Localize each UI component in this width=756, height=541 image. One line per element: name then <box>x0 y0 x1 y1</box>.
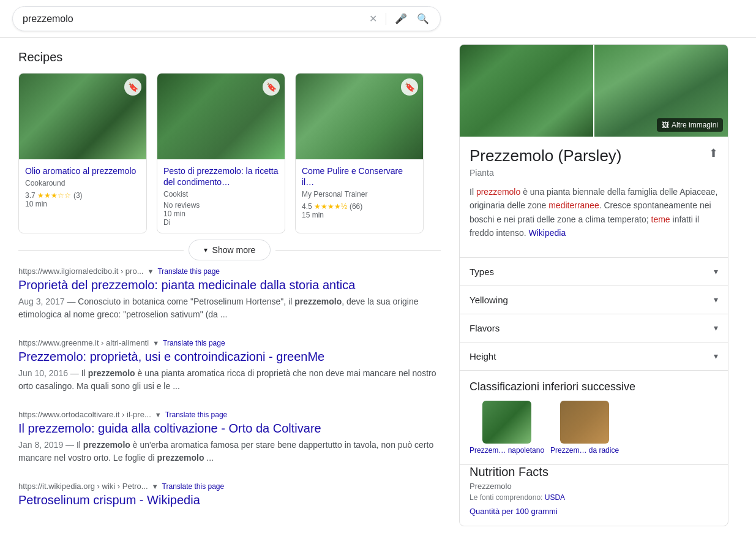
recipe-rating-3: 4.5 ★★★★½ (66) <box>302 201 417 211</box>
result-title-3[interactable]: Il prezzemolo: guida alla coltivazione -… <box>18 420 441 436</box>
bookmark-btn-2[interactable]: 🔖 <box>263 78 280 96</box>
recipe-rating-value-1: 3.7 <box>25 191 37 200</box>
recipes-section-title: Recipes <box>18 50 441 64</box>
classification-img-radice <box>560 401 609 444</box>
translate-link-3[interactable]: Translate this page <box>165 410 228 419</box>
result-snippet-2: Jun 10, 2016 — Il prezzemolo è una piant… <box>18 367 441 393</box>
main-layout: Recipes 🔖 Olio aromatico al prezzemolo C… <box>0 38 756 539</box>
recipe-card-3[interactable]: 🔖 Come Pulire e Conservare il… My Person… <box>295 73 424 233</box>
search-result-1: https://www.ilgiornaledcibo.it › pro... … <box>18 267 441 321</box>
result-url-arrow-1: ▼ <box>147 268 154 275</box>
chevron-down-icon-flavors: ▾ <box>714 323 718 333</box>
recipe-title-1[interactable]: Olio aromatico al prezzemolo <box>25 165 140 176</box>
result-date-3: Jan 8, 2019 — <box>18 440 77 450</box>
search-result-4: https://it.wikipedia.org › wiki › Petro.… <box>18 482 441 508</box>
knowledge-panel: 🖼 Altre immagini Prezzemolo (Parsley) ⬆ … <box>459 44 728 526</box>
more-images-label: Altre immagini <box>672 121 718 129</box>
sep-line-right <box>275 250 441 251</box>
recipes-grid: 🔖 Olio aromatico al prezzemolo Cookaroun… <box>18 73 441 233</box>
accordion-flavors[interactable]: Flavors ▾ <box>460 314 728 342</box>
search-result-2: https://www.greenme.it › altri-alimenti … <box>18 338 441 393</box>
share-button[interactable]: ⬆ <box>709 146 718 160</box>
result-url-arrow-3: ▼ <box>155 411 162 418</box>
recipe-card-img-2: 🔖 <box>157 74 285 159</box>
recipe-card-1[interactable]: 🔖 Olio aromatico al prezzemolo Cookaroun… <box>18 73 147 233</box>
kp-image-right: 🖼 Altre immagini <box>594 45 728 137</box>
recipe-source-1: Cookaround <box>25 179 140 187</box>
chevron-down-icon: ▾ <box>204 246 208 254</box>
accordion-yellowing-label: Yellowing <box>470 295 508 305</box>
classifications-title: Classificazioni inferiori successive <box>470 380 718 393</box>
right-column: 🖼 Altre immagini Prezzemolo (Parsley) ⬆ … <box>453 38 741 539</box>
result-title-2[interactable]: Prezzemolo: proprietà, usi e controindic… <box>18 349 441 365</box>
classification-name-radice: Prezzem… da radice <box>550 446 619 455</box>
show-more-label: Show more <box>212 245 256 255</box>
recipe-title-3[interactable]: Come Pulire e Conservare il… <box>302 165 417 187</box>
nutrition-quantity-value[interactable]: 100 grammi <box>515 507 558 516</box>
search-bar: ✕ 🎤 🔍 <box>12 6 441 31</box>
usda-link[interactable]: USDA <box>545 493 565 502</box>
clear-icon[interactable]: ✕ <box>368 12 378 26</box>
kp-description: Il prezzemolo è una pianta biennale dell… <box>470 185 718 240</box>
chevron-down-icon-types: ▾ <box>714 267 718 276</box>
result-date-2: Jun 10, 2016 — <box>18 368 81 378</box>
bookmark-btn-3[interactable]: 🔖 <box>401 78 418 96</box>
accordion-height-label: Height <box>470 351 496 361</box>
classification-napoletano[interactable]: Prezzem… napoletano <box>470 401 544 455</box>
kp-image-left <box>460 45 593 137</box>
recipe-review-count-3: (66) <box>350 202 362 211</box>
result-date-1: Aug 3, 2017 — <box>18 297 78 306</box>
accordion-height-header: Height ▾ <box>460 342 728 370</box>
translate-link-1[interactable]: Translate this page <box>157 267 220 276</box>
result-url-2: https://www.greenme.it › altri-alimenti … <box>18 338 441 347</box>
result-url-arrow-2: ▼ <box>152 339 159 347</box>
result-snippet-3: Jan 8, 2019 — Il prezzemolo è un'erba ar… <box>18 439 441 464</box>
accordion-types[interactable]: Types ▾ <box>460 258 728 286</box>
microphone-icon[interactable]: 🎤 <box>394 12 408 26</box>
recipe-rating-1: 3.7 ★★★☆☆ (3) <box>25 190 140 200</box>
show-more-button[interactable]: ▾ Show more <box>189 240 271 260</box>
result-title-4[interactable]: Petroselinum crispum - Wikipedia <box>18 492 441 508</box>
classifications-grid: Prezzem… napoletano Prezzem… da radice <box>470 401 718 455</box>
translate-link-4[interactable]: Translate this page <box>162 482 225 491</box>
accordion-yellowing[interactable]: Yellowing ▾ <box>460 286 728 314</box>
result-title-1[interactable]: Proprietà del prezzemolo: pianta medicin… <box>18 277 441 293</box>
recipe-card-img-1: 🔖 <box>19 74 146 159</box>
chevron-down-icon-yellowing: ▾ <box>714 295 718 305</box>
search-input[interactable] <box>23 13 368 25</box>
kp-category: Pianta <box>470 168 718 178</box>
recipe-card-2[interactable]: 🔖 Pesto di prezzemolo: la ricetta del co… <box>157 73 285 233</box>
bookmark-btn-1[interactable]: 🔖 <box>124 78 141 96</box>
classification-name-napoletano: Prezzem… napoletano <box>470 446 544 455</box>
kp-title: Prezzemolo (Parsley) <box>470 146 622 165</box>
nutrition-subtitle: Prezzemolo <box>470 482 718 491</box>
search-bar-icons: ✕ 🎤 🔍 <box>368 12 430 26</box>
wikipedia-link[interactable]: Wikipedia <box>529 228 566 238</box>
result-url-1: https://www.ilgiornaledcibo.it › pro... … <box>18 267 441 276</box>
result-url-text-1: https://www.ilgiornaledcibo.it › pro... <box>18 267 143 276</box>
result-url-text-2: https://www.greenme.it › altri-alimenti <box>18 338 149 347</box>
accordion-yellowing-header: Yellowing ▾ <box>460 286 728 314</box>
translate-link-2[interactable]: Translate this page <box>163 339 225 347</box>
recipe-source-3: My Personal Trainer <box>302 190 417 199</box>
left-column: Recipes 🔖 Olio aromatico al prezzemolo C… <box>0 38 453 539</box>
classification-img-napoletano <box>482 401 531 444</box>
show-more-separator: ▾ Show more <box>18 240 441 260</box>
accordion-height[interactable]: Height ▾ <box>460 342 728 370</box>
recipe-stars-1: ★★★☆☆ <box>37 191 71 200</box>
recipe-time-2: 10 min <box>163 210 279 218</box>
recipe-time-1: 10 min <box>25 200 140 208</box>
recipe-title-2[interactable]: Pesto di prezzemolo: la ricetta del cond… <box>163 165 279 187</box>
result-url-text-4: https://it.wikipedia.org › wiki › Petro.… <box>18 482 148 491</box>
recipe-card-body-3: Come Pulire e Conservare il… My Personal… <box>296 159 423 225</box>
chevron-down-icon-height: ▾ <box>714 351 718 361</box>
image-icon: 🖼 <box>662 121 669 129</box>
recipe-time-3: 15 min <box>302 211 417 219</box>
more-images-button[interactable]: 🖼 Altre immagini <box>657 118 723 132</box>
nutrition-source-text: Le fonti comprendono: <box>470 493 542 502</box>
accordion-types-label: Types <box>470 267 494 277</box>
result-url-3: https://www.ortodacoltivare.it › il-pre.… <box>18 410 441 419</box>
classification-radice[interactable]: Prezzem… da radice <box>550 401 619 455</box>
accordion-flavors-header: Flavors ▾ <box>460 314 728 342</box>
search-submit-icon[interactable]: 🔍 <box>416 12 430 26</box>
